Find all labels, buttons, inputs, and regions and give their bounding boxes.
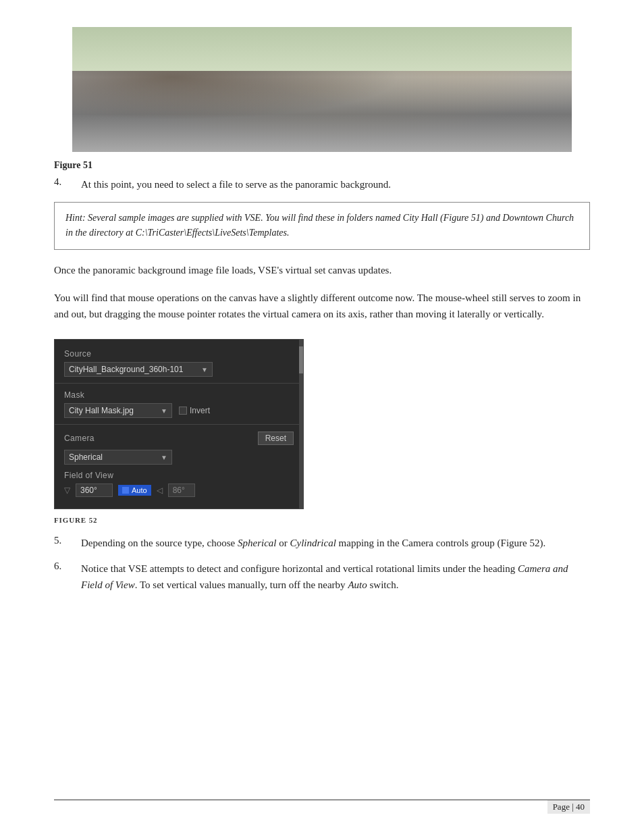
step-6-content: Notice that VSE attempts to detect and c…: [81, 561, 590, 593]
source-row: CityHall_Background_360h-101 ▼: [55, 360, 303, 379]
fov-v-value: 86°: [173, 486, 185, 495]
hero-image: [72, 27, 572, 152]
mask-label: Mask: [55, 388, 303, 401]
camera-label: Camera: [64, 434, 95, 443]
fov-h-value: 360°: [80, 486, 97, 495]
step-6-text-after: . To set vertical values manually, turn …: [135, 579, 348, 590]
footer-line: [54, 800, 590, 800]
mapping-dropdown[interactable]: Spherical ▼: [64, 450, 172, 465]
step-5-num: 5.: [54, 535, 81, 551]
step-6-num: 6.: [54, 561, 81, 593]
mapping-row: Spherical ▼: [55, 448, 303, 467]
paragraph-2: You will find that mouse operations on t…: [54, 290, 590, 323]
step-5: 5. Depending on the source type, choose …: [54, 535, 590, 551]
step-5-content: Depending on the source type, choose Sph…: [81, 535, 590, 551]
mask-value: City Hall Mask.jpg: [69, 406, 134, 415]
step-6-text-before: Notice that VSE attempts to detect and c…: [81, 563, 518, 574]
mask-dropdown-arrow: ▼: [161, 407, 167, 415]
scrollbar[interactable]: [299, 340, 303, 509]
list-items: 5. Depending on the source type, choose …: [54, 535, 590, 593]
auto-square-icon: [122, 487, 129, 494]
step-4: 4. At this point, you need to select a f…: [54, 176, 590, 192]
reset-button[interactable]: Reset: [258, 432, 294, 445]
fov-v-input[interactable]: 86°: [168, 484, 195, 497]
vse-panel-container: Source CityHall_Background_360h-101 ▼ Ma…: [54, 339, 590, 509]
invert-text: Invert: [190, 406, 210, 415]
step-4-content: At this point, you need to select a file…: [81, 176, 590, 192]
source-label: Source: [55, 346, 303, 360]
step-6-text-end: switch.: [367, 579, 399, 590]
source-dropdown[interactable]: CityHall_Background_360h-101 ▼: [64, 362, 213, 377]
figure-52-label: FIGURE 52: [54, 516, 590, 524]
step-5-italic2: Cylindrical: [290, 538, 336, 548]
camera-row: Camera Reset: [55, 429, 303, 448]
page-number: Page | 40: [547, 800, 590, 814]
hint-text: Hint: Several sample images are supplied…: [65, 213, 574, 238]
paragraph-1: Once the panoramic background image file…: [54, 262, 590, 279]
fov-label: Field of View: [55, 467, 303, 481]
step-5-text-before: Depending on the source type, choose: [81, 538, 238, 548]
fov-v-icon: ◁: [157, 486, 163, 495]
step-5-text-after: mapping in the Camera controls group (Fi…: [336, 538, 545, 548]
fov-h-icon: ▽: [64, 486, 70, 495]
step-4-num: 4.: [54, 176, 81, 192]
mapping-value: Spherical: [69, 452, 103, 462]
step-6-italic2: Auto: [348, 579, 367, 590]
step-6: 6. Notice that VSE attempts to detect an…: [54, 561, 590, 593]
scroll-thumb[interactable]: [299, 346, 303, 373]
divider-2: [55, 424, 303, 425]
fov-row: ▽ 360° Auto ◁ 86°: [55, 481, 303, 499]
divider-1: [55, 383, 303, 384]
mask-row: City Hall Mask.jpg ▼ Invert: [55, 401, 303, 420]
mapping-dropdown-arrow: ▼: [161, 454, 167, 461]
figure-51-label: Figure 51: [54, 160, 590, 171]
auto-toggle[interactable]: Auto: [118, 485, 151, 496]
invert-label: Invert: [179, 406, 210, 415]
hint-box: Hint: Several sample images are supplied…: [54, 202, 590, 250]
step-5-italic1: Spherical: [238, 538, 277, 548]
vse-panel: Source CityHall_Background_360h-101 ▼ Ma…: [54, 339, 304, 509]
page: Figure 51 4. At this point, you need to …: [0, 0, 644, 834]
auto-label: Auto: [132, 486, 147, 494]
fov-h-input[interactable]: 360°: [76, 484, 113, 497]
source-dropdown-arrow: ▼: [201, 366, 208, 373]
source-value: CityHall_Background_360h-101: [69, 365, 183, 374]
mask-dropdown[interactable]: City Hall Mask.jpg ▼: [64, 403, 172, 418]
step-5-text-mid: or: [277, 538, 290, 548]
invert-checkbox[interactable]: [179, 407, 187, 415]
